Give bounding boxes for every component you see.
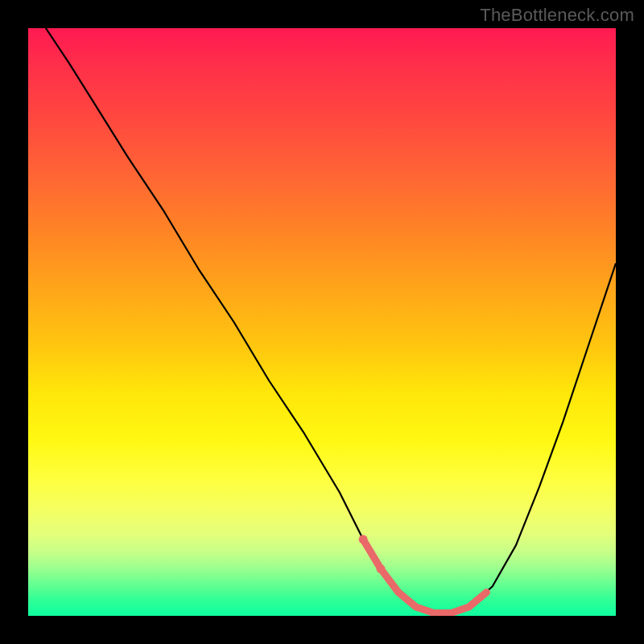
highlight-group <box>359 535 487 613</box>
chart-svg <box>28 28 616 616</box>
highlight-dot <box>359 535 368 544</box>
plot-area <box>28 28 616 616</box>
watermark-text: TheBottleneck.com <box>480 5 634 26</box>
curve-group <box>46 28 616 613</box>
highlight-curve <box>363 539 486 613</box>
highlight-dot <box>377 564 386 573</box>
bottleneck-curve <box>46 28 616 613</box>
